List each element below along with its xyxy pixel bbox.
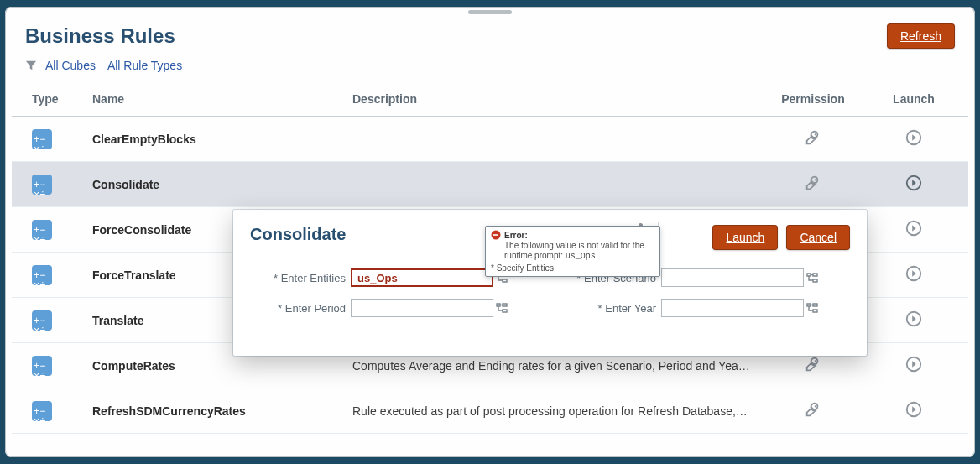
dialog-cancel-button[interactable]: Cancel — [786, 225, 850, 250]
filter-rule-types-link[interactable]: All Rule Types — [107, 59, 182, 72]
launch-icon[interactable] — [904, 272, 923, 285]
rule-type-icon: +−×÷ — [32, 356, 52, 376]
period-input[interactable] — [351, 299, 493, 317]
error-token: us_Ops — [566, 252, 596, 261]
page-title: Business Rules — [25, 24, 175, 48]
period-picker-icon[interactable] — [493, 301, 510, 315]
col-permission-header[interactable]: Permission — [758, 84, 868, 117]
entities-input[interactable] — [351, 268, 493, 287]
rule-type-icon: +−×÷ — [32, 265, 52, 285]
rules-table-wrap: Type Name Description Permission Launch … — [5, 84, 975, 434]
launch-icon[interactable] — [904, 408, 923, 421]
rule-description: Rule executed as part of post processing… — [344, 388, 758, 434]
entities-label: * Enter Entities — [250, 272, 351, 284]
rule-type-icon: +−×÷ — [32, 310, 52, 331]
rule-type-icon: +−×÷ — [32, 129, 52, 149]
dialog-launch-button[interactable]: Launch — [712, 225, 778, 250]
table-row[interactable]: +−×÷RefreshSDMCurrencyRatesRule executed… — [12, 388, 968, 434]
svg-point-0 — [815, 133, 816, 135]
period-label: * Enter Period — [250, 302, 351, 315]
scenario-input[interactable] — [661, 268, 804, 287]
svg-rect-15 — [493, 234, 498, 236]
permission-icon[interactable] — [804, 362, 822, 376]
svg-point-2 — [815, 179, 816, 180]
rule-name: Consolidate — [84, 162, 344, 207]
launch-icon[interactable] — [904, 317, 923, 331]
permission-icon[interactable] — [804, 136, 822, 149]
year-picker-icon[interactable] — [804, 301, 821, 315]
dialog-title: Consolidate — [250, 225, 346, 244]
launch-icon[interactable] — [904, 136, 923, 149]
launch-icon[interactable] — [904, 181, 923, 195]
svg-point-10 — [815, 360, 816, 362]
app-panel: Business Rules Refresh All Cubes All Rul… — [5, 7, 975, 457]
col-desc-header[interactable]: Description — [344, 84, 758, 117]
permission-icon[interactable] — [804, 408, 822, 421]
error-icon — [491, 230, 501, 240]
launch-dialog: Consolidate Launch Cancel Error: The fol… — [233, 210, 867, 356]
table-row[interactable]: +−×÷ClearEmptyBlocks — [12, 117, 968, 162]
scenario-picker-icon[interactable] — [804, 271, 821, 284]
table-row[interactable]: +−×÷Consolidate — [12, 162, 968, 207]
launch-icon[interactable] — [904, 362, 923, 376]
error-heading: Error: — [504, 231, 528, 240]
year-input[interactable] — [661, 299, 804, 317]
rule-type-icon: +−×÷ — [32, 175, 52, 195]
drag-handle-icon[interactable] — [468, 10, 512, 14]
col-name-header[interactable]: Name — [84, 84, 344, 117]
filter-bar: All Cubes All Rule Types — [5, 52, 975, 84]
rule-type-icon: +−×÷ — [32, 220, 52, 240]
rule-description — [344, 162, 758, 207]
filter-icon[interactable] — [25, 60, 37, 71]
svg-point-12 — [815, 405, 816, 407]
col-type-header[interactable]: Type — [12, 84, 84, 117]
year-label: * Enter Year — [560, 302, 661, 315]
rule-name: ClearEmptyBlocks — [84, 117, 344, 162]
col-launch-header[interactable]: Launch — [868, 84, 968, 117]
error-tooltip: Error: The following value is not valid … — [485, 226, 660, 277]
rule-name: RefreshSDMCurrencyRates — [84, 388, 344, 434]
refresh-button[interactable]: Refresh — [887, 23, 955, 49]
filter-cubes-link[interactable]: All Cubes — [45, 59, 96, 72]
rule-type-icon: +−×÷ — [32, 401, 52, 421]
rule-description — [344, 117, 758, 162]
launch-icon[interactable] — [904, 227, 923, 240]
permission-icon[interactable] — [804, 181, 822, 195]
error-footer: * Specify Entities — [491, 263, 654, 273]
